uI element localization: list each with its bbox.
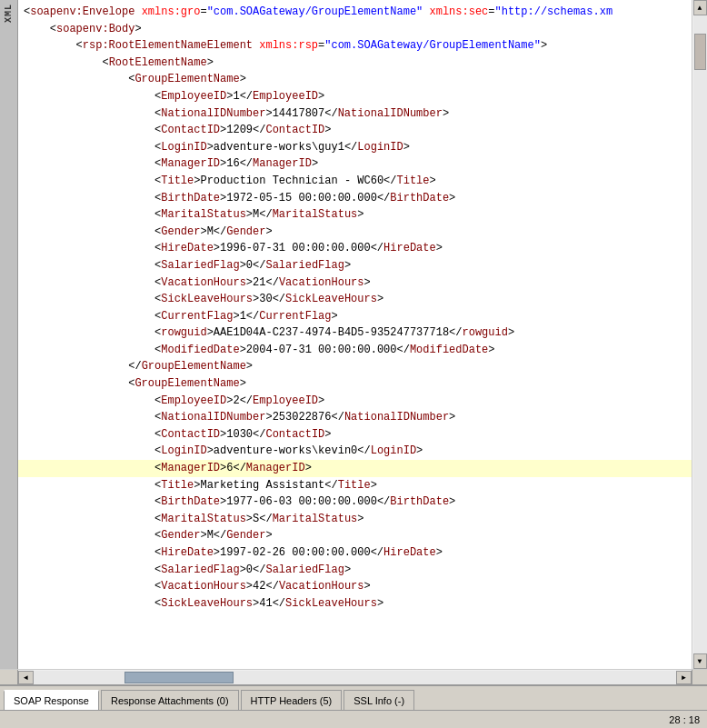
code-line: <NationalIDNumber>14417807</NationalIDNu…: [18, 105, 692, 123]
code-line: <ContactID>1030</ContactID>: [18, 426, 692, 444]
code-line: <ContactID>1209</ContactID>: [18, 122, 692, 139]
code-line: <EmployeeID>1</EmployeeID>: [18, 88, 692, 105]
h-scroll-thumb[interactable]: [124, 672, 234, 683]
scroll-up-arrow[interactable]: ▲: [693, 0, 707, 15]
code-line: <MaritalStatus>M</MaritalStatus>: [18, 206, 692, 224]
code-line: <SickLeaveHours>41</SickLeaveHours>: [18, 595, 692, 613]
code-line: <RootElementName>: [18, 55, 692, 72]
code-line: <rowguid>AAE1D04A-C237-4974-B4D5-9352477…: [18, 324, 692, 342]
code-scroll[interactable]: <soapenv:Envelope xmlns:gro="com.SOAGate…: [18, 0, 692, 669]
tab-soap-response[interactable]: SOAP Response: [4, 690, 99, 710]
tab-response-attachments[interactable]: Response Attachments (0): [101, 690, 239, 710]
code-line: <VacationHours>21</VacationHours>: [18, 274, 692, 292]
code-line: <soapenv:Envelope xmlns:gro="com.SOAGate…: [18, 4, 692, 21]
code-line: <CurrentFlag>1</CurrentFlag>: [18, 308, 692, 325]
xml-label-bar: XML: [0, 0, 18, 669]
h-scroll-area[interactable]: ◄ ►: [18, 670, 692, 684]
code-line: <Title>Marketing Assistant</Title>: [18, 477, 692, 494]
main-area: XML <soapenv:Envelope xmlns:gro="com.SOA…: [0, 0, 707, 669]
code-line: <SalariedFlag>0</SalariedFlag>: [18, 562, 692, 579]
code-line: <GroupElementName>: [18, 71, 692, 88]
code-line: <MaritalStatus>S</MaritalStatus>: [18, 511, 692, 528]
code-line: <Gender>M</Gender>: [18, 224, 692, 241]
scroll-track[interactable]: [693, 15, 707, 653]
h-scroll-left-arrow[interactable]: ◄: [18, 671, 34, 684]
code-line: <SalariedFlag>0</SalariedFlag>: [18, 257, 692, 274]
code-line: <LoginID>adventure-works\guy1</LoginID>: [18, 139, 692, 156]
code-line: <HireDate>1996-07-31 00:00:00.000</HireD…: [18, 240, 692, 257]
code-line: <BirthDate>1977-06-03 00:00:00.000</Birt…: [18, 494, 692, 511]
code-line: <GroupElementName>: [18, 375, 692, 393]
code-line: <soapenv:Body>: [18, 21, 692, 38]
code-line: <Title>Production Technician - WC60</Tit…: [18, 173, 692, 190]
horizontal-scrollbar-row: ◄ ►: [0, 669, 707, 684]
h-scroll-corner-right: [692, 670, 707, 684]
h-scroll-corner-left: [0, 670, 18, 684]
scroll-thumb[interactable]: [694, 34, 706, 70]
code-line: <ManagerID>16</ManagerID>: [18, 155, 692, 173]
vertical-scrollbar[interactable]: ▲ ▼: [692, 0, 707, 669]
xml-label: XML: [4, 4, 14, 23]
code-line: <BirthDate>1972-05-15 00:00:00.000</Birt…: [18, 190, 692, 207]
code-line: <Gender>M</Gender>: [18, 527, 692, 544]
code-line: <SickLeaveHours>30</SickLeaveHours>: [18, 291, 692, 308]
code-line: <HireDate>1997-02-26 00:00:00.000</HireD…: [18, 544, 692, 562]
h-scroll-track[interactable]: [34, 671, 676, 684]
code-line: <NationalIDNumber>253022876</NationalIDN…: [18, 409, 692, 426]
code-content: <soapenv:Envelope xmlns:gro="com.SOAGate…: [18, 0, 692, 669]
status-coords: 28 : 18: [669, 714, 700, 725]
code-line: <ModifiedDate>2004-07-31 00:00:00.000</M…: [18, 342, 692, 359]
code-line: </GroupElementName>: [18, 358, 692, 375]
status-bar: 28 : 18: [0, 710, 707, 728]
scroll-down-arrow[interactable]: ▼: [693, 653, 707, 669]
tab-ssl-info[interactable]: SSL Info (-): [344, 690, 414, 710]
code-line: <ManagerID>6</ManagerID>: [18, 460, 692, 477]
code-line: <LoginID>adventure-works\kevin0</LoginID…: [18, 443, 692, 460]
h-scroll-right-arrow[interactable]: ►: [676, 671, 692, 684]
code-line: <rsp:RootElementNameElement xmlns:rsp="c…: [18, 37, 692, 55]
tab-http-headers[interactable]: HTTP Headers (5): [241, 690, 343, 710]
code-line: <VacationHours>42</VacationHours>: [18, 578, 692, 595]
tab-bar: SOAP ResponseResponse Attachments (0)HTT…: [0, 684, 707, 710]
code-line: <EmployeeID>2</EmployeeID>: [18, 393, 692, 410]
